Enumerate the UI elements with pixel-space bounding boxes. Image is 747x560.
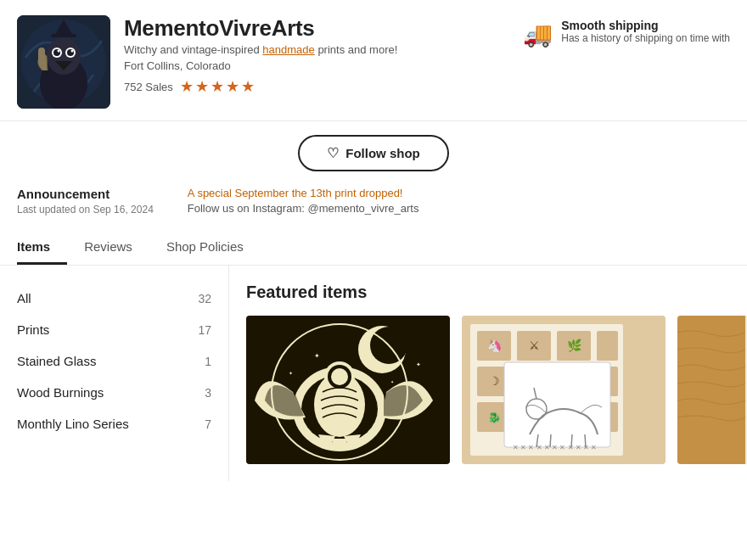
- svg-text:🐉: 🐉: [488, 411, 501, 423]
- announcement-left: Announcement Last updated on Sep 16, 202…: [17, 187, 154, 216]
- tab-items[interactable]: Items: [17, 231, 67, 265]
- svg-text:🌿: 🌿: [567, 339, 582, 353]
- sidebar-count-wood-burnings: 3: [205, 386, 211, 400]
- sidebar-count-monthly-lino: 7: [205, 417, 211, 431]
- shop-header: MementoVivreArts Witchy and vintage-insp…: [0, 0, 747, 121]
- sidebar-label-all: All: [17, 291, 31, 305]
- svg-text:✦: ✦: [416, 361, 421, 367]
- tagline-text: Witchy and vintage-inspired: [124, 43, 262, 56]
- tagline-rest: prints and more!: [315, 43, 398, 56]
- shop-name: MementoVivreArts: [124, 15, 509, 42]
- sidebar-item-monthly-lino[interactable]: Monthly Lino Series 7: [17, 408, 211, 440]
- item-card-1[interactable]: ✦ ✦ ✦ ✦: [246, 316, 450, 464]
- svg-text:☽: ☽: [489, 374, 500, 388]
- announcement-title: Announcement: [17, 187, 154, 201]
- announcement-date: Last updated on Sep 16, 2024: [17, 204, 154, 216]
- follow-shop-button[interactable]: ♡ Follow shop: [298, 135, 449, 171]
- svg-point-9: [71, 50, 74, 53]
- star-rating: ★★★★★: [180, 77, 256, 96]
- svg-text:🦄: 🦄: [487, 339, 503, 353]
- shop-avatar: [17, 15, 110, 109]
- truck-icon: 🚚: [523, 20, 553, 48]
- sidebar-count-stained-glass: 1: [205, 355, 211, 368]
- svg-rect-12: [38, 48, 45, 63]
- items-grid: ✦ ✦ ✦ ✦: [246, 316, 747, 464]
- shipping-title: Smooth shipping: [561, 19, 730, 32]
- sales-row: 752 Sales ★★★★★: [124, 77, 509, 96]
- tab-shop-policies[interactable]: Shop Policies: [166, 231, 261, 265]
- sidebar: All 32 Prints 17 Stained Glass 1 Wood Bu…: [0, 266, 229, 481]
- svg-text:✦: ✦: [289, 371, 293, 376]
- tagline-highlight: handmade: [262, 43, 314, 56]
- shop-tagline: Witchy and vintage-inspired handmade pri…: [124, 43, 509, 56]
- svg-rect-36: [597, 331, 618, 361]
- ann-line1-text: A special September the 13th print dropp…: [188, 187, 403, 199]
- sidebar-count-all: 32: [198, 292, 211, 305]
- shop-info: MementoVivreArts Witchy and vintage-insp…: [124, 15, 509, 96]
- sidebar-item-stained-glass[interactable]: Stained Glass 1: [17, 345, 211, 377]
- sidebar-item-prints[interactable]: Prints 17: [17, 314, 211, 345]
- sidebar-label-prints: Prints: [17, 322, 49, 337]
- sidebar-item-all[interactable]: All 32: [17, 283, 211, 314]
- announcement-section: Announcement Last updated on Sep 16, 202…: [0, 187, 747, 231]
- svg-point-26: [331, 368, 348, 385]
- sidebar-label-monthly-lino: Monthly Lino Series: [17, 417, 129, 431]
- tabs-bar: Items Reviews Shop Policies: [0, 231, 747, 266]
- svg-text:⚔: ⚔: [529, 339, 540, 352]
- sidebar-label-stained-glass: Stained Glass: [17, 354, 96, 368]
- tab-reviews[interactable]: Reviews: [84, 231, 149, 265]
- main-content: All 32 Prints 17 Stained Glass 1 Wood Bu…: [0, 266, 747, 481]
- announcement-line1: A special September the 13th print dropp…: [188, 187, 730, 199]
- svg-rect-55: [677, 316, 745, 464]
- svg-text:✕ ✕ ✕ ✕ ✕ ✕ ✕ ✕ ✕ ✕ ✕: ✕ ✕ ✕ ✕ ✕ ✕ ✕ ✕ ✕ ✕ ✕: [513, 444, 597, 451]
- item-card-3[interactable]: [677, 316, 747, 464]
- heart-icon: ♡: [327, 145, 339, 161]
- featured-title: Featured items: [246, 283, 747, 302]
- follow-section: ♡ Follow shop: [0, 121, 747, 187]
- follow-label: Follow shop: [345, 146, 420, 160]
- sidebar-item-wood-burnings[interactable]: Wood Burnings 3: [17, 377, 211, 408]
- svg-text:✦: ✦: [314, 352, 320, 360]
- shipping-text: Smooth shipping Has a history of shippin…: [561, 19, 730, 44]
- announcement-line2: Follow us on Instagram: @memento_vivre_a…: [188, 202, 730, 215]
- item-card-2[interactable]: 🦄 ⚔ 🌿 ☽ 🍄 ⚗ 🐉: [462, 316, 666, 464]
- featured-area: Featured items ✦ ✦ ✦ ✦: [229, 266, 747, 481]
- svg-text:✦: ✦: [390, 379, 394, 384]
- sidebar-count-prints: 17: [198, 323, 211, 337]
- sidebar-label-wood-burnings: Wood Burnings: [17, 385, 104, 400]
- shipping-badge: 🚚 Smooth shipping Has a history of shipp…: [523, 15, 730, 48]
- svg-point-8: [58, 50, 60, 53]
- announcement-right: A special September the 13th print dropp…: [188, 187, 730, 216]
- sales-count: 752 Sales: [124, 81, 173, 93]
- shipping-subtitle: Has a history of shipping on time with: [561, 32, 730, 44]
- shop-location: Fort Collins, Colorado: [124, 59, 509, 72]
